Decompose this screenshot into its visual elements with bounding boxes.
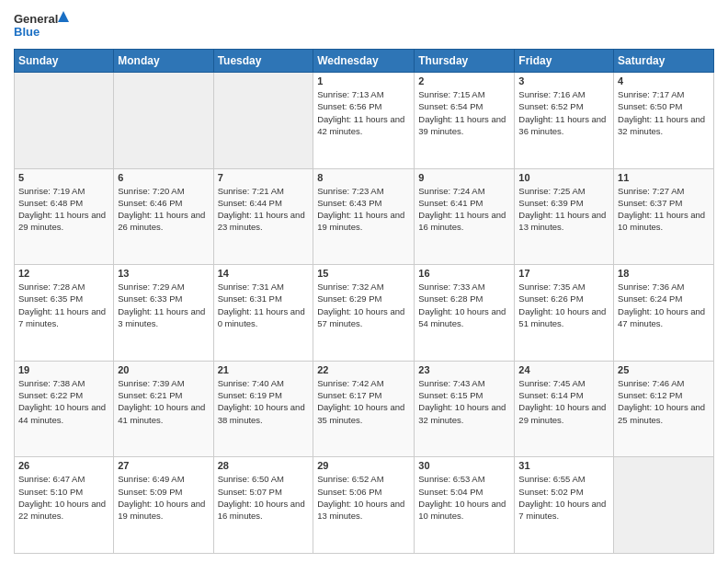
calendar-cell [15, 73, 114, 169]
day-number: 2 [418, 75, 510, 86]
day-info-line: Sunset: 6:24 PM [618, 293, 682, 304]
week-row-1: 1Sunrise: 7:13 AMSunset: 6:56 PMDaylight… [15, 73, 714, 169]
day-info-line: Daylight: 11 hours and 26 minutes. [118, 210, 205, 232]
day-info-line: Sunrise: 7:28 AM [18, 282, 85, 292]
day-info: Sunrise: 7:15 AMSunset: 6:54 PMDaylight:… [418, 88, 510, 137]
calendar-cell [114, 73, 213, 169]
day-info-line: Daylight: 10 hours and 29 minutes. [518, 402, 606, 424]
day-info-line: Sunset: 6:22 PM [18, 390, 83, 400]
calendar-cell: 29Sunrise: 6:52 AMSunset: 5:06 PMDayligh… [313, 457, 415, 554]
day-info: Sunrise: 6:53 AMSunset: 5:04 PMDaylight:… [418, 473, 510, 522]
calendar-cell: 1Sunrise: 7:13 AMSunset: 6:56 PMDaylight… [313, 73, 415, 169]
day-info: Sunrise: 7:38 AMSunset: 6:22 PMDaylight:… [18, 377, 109, 426]
calendar-cell: 12Sunrise: 7:28 AMSunset: 6:35 PMDayligh… [15, 265, 114, 362]
day-info-line: Daylight: 10 hours and 35 minutes. [317, 402, 404, 424]
day-number: 13 [118, 268, 209, 279]
calendar-cell: 20Sunrise: 7:39 AMSunset: 6:21 PMDayligh… [114, 361, 213, 457]
day-info-line: Daylight: 11 hours and 36 minutes. [518, 114, 606, 136]
calendar-cell: 19Sunrise: 7:38 AMSunset: 6:22 PMDayligh… [15, 361, 114, 457]
day-info-line: Sunrise: 6:47 AM [18, 474, 85, 484]
day-info-line: Sunrise: 7:23 AM [317, 186, 383, 196]
weekday-monday: Monday [114, 50, 213, 73]
day-info-line: Daylight: 10 hours and 13 minutes. [317, 499, 404, 521]
weekday-tuesday: Tuesday [213, 50, 313, 73]
day-info-line: Sunset: 6:52 PM [518, 101, 583, 111]
day-info: Sunrise: 7:29 AMSunset: 6:33 PMDaylight:… [118, 281, 209, 329]
day-info-line: Sunset: 6:54 PM [418, 101, 483, 111]
calendar-table: SundayMondayTuesdayWednesdayThursdayFrid… [14, 49, 714, 554]
day-info-line: Sunrise: 6:52 AM [317, 474, 383, 484]
logo: General Blue [14, 9, 69, 41]
day-info-line: Sunrise: 7:45 AM [518, 378, 585, 388]
day-info-line: Daylight: 10 hours and 32 minutes. [418, 402, 506, 424]
calendar-cell: 15Sunrise: 7:32 AMSunset: 6:29 PMDayligh… [313, 265, 415, 362]
day-info-line: Daylight: 11 hours and 32 minutes. [618, 114, 705, 136]
day-number: 8 [317, 172, 410, 183]
day-info-line: Sunset: 6:46 PM [118, 198, 182, 208]
day-number: 3 [518, 75, 609, 86]
weekday-wednesday: Wednesday [313, 50, 415, 73]
day-info: Sunrise: 7:33 AMSunset: 6:28 PMDaylight:… [418, 281, 510, 329]
day-number: 26 [18, 460, 109, 471]
day-info-line: Daylight: 11 hours and 13 minutes. [518, 210, 606, 232]
calendar-cell: 22Sunrise: 7:42 AMSunset: 6:17 PMDayligh… [313, 361, 415, 457]
day-info: Sunrise: 7:23 AMSunset: 6:43 PMDaylight:… [317, 185, 410, 234]
day-info-line: Sunset: 5:04 PM [418, 487, 483, 497]
weekday-sunday: Sunday [15, 50, 114, 73]
calendar-cell: 9Sunrise: 7:24 AMSunset: 6:41 PMDaylight… [415, 168, 515, 265]
day-info-line: Daylight: 11 hours and 0 minutes. [218, 306, 305, 328]
day-info-line: Sunrise: 7:16 AM [518, 89, 585, 99]
day-info-line: Daylight: 11 hours and 3 minutes. [118, 306, 205, 328]
week-row-5: 26Sunrise: 6:47 AMSunset: 5:10 PMDayligh… [15, 457, 714, 554]
day-info-line: Daylight: 11 hours and 19 minutes. [317, 210, 404, 232]
day-info-line: Sunset: 6:21 PM [118, 390, 182, 400]
day-info-line: Daylight: 11 hours and 7 minutes. [18, 306, 106, 328]
day-number: 25 [618, 364, 710, 375]
week-row-3: 12Sunrise: 7:28 AMSunset: 6:35 PMDayligh… [15, 265, 714, 362]
day-info-line: Sunset: 6:48 PM [18, 198, 83, 208]
day-info-line: Sunset: 5:09 PM [118, 487, 182, 497]
day-info: Sunrise: 7:25 AMSunset: 6:39 PMDaylight:… [518, 185, 609, 234]
day-info-line: Daylight: 10 hours and 16 minutes. [218, 499, 305, 521]
day-info-line: Sunset: 5:10 PM [18, 487, 83, 497]
day-info-line: Sunset: 5:06 PM [317, 487, 381, 497]
day-info: Sunrise: 6:49 AMSunset: 5:09 PMDaylight:… [118, 473, 209, 522]
header: General Blue [14, 9, 714, 41]
calendar-cell [614, 457, 714, 554]
calendar-cell: 23Sunrise: 7:43 AMSunset: 6:15 PMDayligh… [415, 361, 515, 457]
day-info-line: Daylight: 10 hours and 25 minutes. [618, 402, 705, 424]
day-info: Sunrise: 7:46 AMSunset: 6:12 PMDaylight:… [618, 377, 710, 426]
calendar-cell: 21Sunrise: 7:40 AMSunset: 6:19 PMDayligh… [213, 361, 313, 457]
day-info: Sunrise: 7:21 AMSunset: 6:44 PMDaylight:… [218, 185, 310, 234]
day-info-line: Daylight: 10 hours and 19 minutes. [118, 499, 205, 521]
day-info-line: Daylight: 10 hours and 51 minutes. [518, 306, 606, 328]
day-info-line: Daylight: 10 hours and 47 minutes. [618, 306, 705, 328]
day-info-line: Sunset: 5:07 PM [218, 487, 282, 497]
day-info: Sunrise: 7:42 AMSunset: 6:17 PMDaylight:… [317, 377, 410, 426]
calendar-cell: 16Sunrise: 7:33 AMSunset: 6:28 PMDayligh… [415, 265, 515, 362]
week-row-4: 19Sunrise: 7:38 AMSunset: 6:22 PMDayligh… [15, 361, 714, 457]
day-info: Sunrise: 6:52 AMSunset: 5:06 PMDaylight:… [317, 473, 410, 522]
day-info: Sunrise: 6:55 AMSunset: 5:02 PMDaylight:… [518, 473, 609, 522]
day-info-line: Sunrise: 7:40 AM [218, 378, 284, 388]
calendar-cell: 26Sunrise: 6:47 AMSunset: 5:10 PMDayligh… [15, 457, 114, 554]
day-number: 1 [317, 75, 410, 86]
day-number: 4 [618, 75, 710, 86]
day-info: Sunrise: 7:28 AMSunset: 6:35 PMDaylight:… [18, 281, 109, 329]
day-info-line: Sunrise: 7:27 AM [618, 186, 684, 196]
day-info-line: Sunrise: 7:21 AM [218, 186, 284, 196]
day-info-line: Sunset: 6:33 PM [118, 293, 182, 304]
day-info-line: Daylight: 11 hours and 10 minutes. [618, 210, 705, 232]
calendar-cell: 14Sunrise: 7:31 AMSunset: 6:31 PMDayligh… [213, 265, 313, 362]
day-info: Sunrise: 6:50 AMSunset: 5:07 PMDaylight:… [218, 473, 310, 522]
day-info-line: Sunrise: 7:36 AM [618, 282, 684, 292]
day-info-line: Sunset: 6:17 PM [317, 390, 381, 400]
day-number: 12 [18, 268, 109, 279]
week-row-2: 5Sunrise: 7:19 AMSunset: 6:48 PMDaylight… [15, 168, 714, 265]
day-info: Sunrise: 7:16 AMSunset: 6:52 PMDaylight:… [518, 88, 609, 137]
day-info-line: Sunrise: 7:17 AM [618, 89, 684, 99]
calendar-cell: 11Sunrise: 7:27 AMSunset: 6:37 PMDayligh… [614, 168, 714, 265]
day-info-line: Sunrise: 7:15 AM [418, 89, 484, 99]
logo-svg: General Blue [14, 9, 69, 41]
day-number: 22 [317, 364, 410, 375]
